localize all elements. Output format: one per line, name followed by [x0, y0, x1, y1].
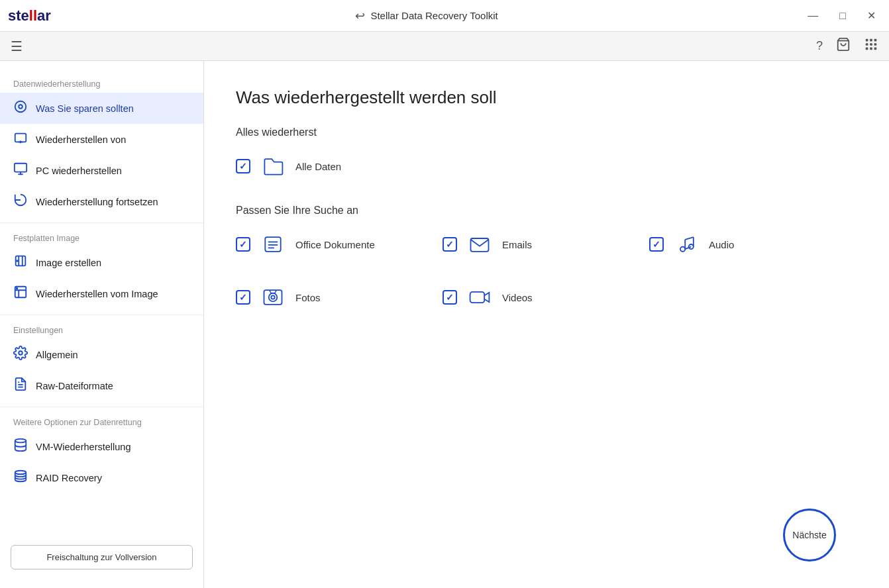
image-erstellen-icon — [13, 254, 28, 271]
raw-icon — [13, 377, 28, 395]
videos-label: Videos — [502, 292, 533, 303]
svg-point-23 — [17, 288, 18, 289]
svg-rect-3 — [874, 39, 877, 42]
unlock-button[interactable]: Freischaltung zur Vollversion — [11, 545, 193, 569]
sidebar-item-label-wiederherstellen-image: Wiederherstellen vom Image — [36, 289, 158, 299]
title-center: ↩ Stellar Data Recovery Toolkit — [355, 9, 497, 23]
custom-items-row-2: Fotos Videos — [236, 283, 857, 322]
sidebar-item-was-sparen[interactable]: Was Sie sparen sollten — [0, 93, 203, 124]
next-button[interactable]: Nächste — [783, 509, 836, 562]
office-label: Office Dokumente — [295, 239, 375, 250]
svg-point-28 — [15, 471, 26, 475]
all-section-label: Alles wiederherst — [236, 126, 857, 138]
svg-point-24 — [19, 351, 23, 355]
audio-item[interactable]: Audio — [649, 230, 835, 259]
sidebar-item-label-raw: Raw-Dateiformate — [36, 381, 113, 391]
sidebar-bottom: Freischaltung zur Vollversion — [0, 537, 203, 577]
emails-icon-wrap — [465, 230, 494, 259]
close-button[interactable]: ✕ — [862, 7, 881, 24]
grid-button[interactable] — [864, 37, 878, 55]
help-button[interactable]: ? — [816, 39, 823, 53]
svg-point-42 — [271, 295, 274, 299]
fortsetzen-icon — [13, 193, 28, 211]
section-title-einstellungen: Einstellungen — [0, 318, 203, 339]
fotos-item[interactable]: Fotos — [236, 283, 421, 312]
wiederherstellen-image-icon — [13, 285, 28, 303]
title-bar-controls: — □ ✕ — [802, 7, 881, 24]
fotos-label: Fotos — [295, 292, 321, 303]
sidebar-item-vm-wiederherstellung[interactable]: VM-Wiederherstellung — [0, 431, 203, 462]
section-title-weitere: Weitere Optionen zur Datenrettung — [0, 410, 203, 431]
hamburger-button[interactable]: ☰ — [11, 38, 23, 54]
audio-checkbox[interactable] — [649, 237, 664, 252]
alle-daten-icon-wrap — [258, 152, 288, 181]
fotos-icon-wrap — [258, 283, 288, 312]
svg-rect-43 — [470, 292, 485, 303]
sidebar-item-wiederherstellen-image[interactable]: Wiederherstellen vom Image — [0, 278, 203, 309]
emails-label: Emails — [502, 239, 532, 250]
wiederherstellen-von-icon — [13, 130, 28, 148]
custom-section-label: Passen Sie Ihre Suche an — [236, 205, 857, 217]
svg-rect-6 — [874, 43, 877, 46]
sidebar-item-raid-recovery[interactable]: RAID Recovery — [0, 462, 203, 493]
emails-item[interactable]: Emails — [443, 230, 628, 259]
svg-rect-33 — [471, 238, 489, 252]
office-checkbox[interactable] — [236, 237, 250, 252]
page-title: Was wiederhergestellt werden soll — [236, 87, 857, 108]
sidebar: Datenwiederherstellung Was Sie sparen so… — [0, 61, 204, 588]
cart-button[interactable] — [836, 37, 851, 55]
office-icon-wrap — [258, 230, 288, 259]
sidebar-item-label-allgemein: Allgemein — [36, 350, 78, 360]
svg-point-21 — [17, 260, 18, 262]
sidebar-item-label-pc: PC wiederherstellen — [36, 166, 122, 176]
back-icon: ↩ — [355, 9, 365, 23]
title-bar: stellar ↩ Stellar Data Recovery Toolkit … — [0, 0, 889, 32]
sidebar-item-label-image-erstellen: Image erstellen — [36, 258, 101, 268]
sidebar-item-pc-wiederherstellen[interactable]: PC wiederherstellen — [0, 155, 203, 186]
svg-point-41 — [269, 293, 278, 302]
fotos-checkbox[interactable] — [236, 290, 250, 305]
svg-line-39 — [685, 237, 694, 240]
videos-checkbox[interactable] — [443, 290, 457, 305]
section-title-data-recovery: Datenwiederherstellung — [0, 72, 203, 93]
svg-rect-5 — [870, 43, 872, 46]
alle-daten-label: Alle Daten — [295, 161, 341, 172]
minimize-button[interactable]: — — [802, 7, 823, 24]
title-bar-left: stellar — [8, 7, 51, 24]
svg-point-11 — [19, 105, 23, 109]
svg-rect-8 — [870, 48, 872, 50]
videos-item[interactable]: Videos — [443, 283, 628, 312]
toolbar: ☰ ? — [0, 32, 889, 61]
toolbar-right: ? — [816, 37, 878, 55]
pc-icon — [13, 162, 28, 179]
main-layout: Datenwiederherstellung Was Sie sparen so… — [0, 61, 889, 588]
sidebar-item-raw-dateiformate[interactable]: Raw-Dateiformate — [0, 370, 203, 401]
sidebar-item-wiederherstellen-von[interactable]: Wiederherstellen von — [0, 124, 203, 155]
custom-items-row-1: Office Dokumente Emails — [236, 230, 857, 270]
sidebar-item-image-erstellen[interactable]: Image erstellen — [0, 247, 203, 278]
svg-rect-12 — [15, 134, 26, 142]
emails-checkbox[interactable] — [443, 237, 457, 252]
section-title-festplatten: Festplatten Image — [0, 226, 203, 247]
maximize-button[interactable]: □ — [834, 7, 851, 24]
vm-icon — [13, 438, 28, 456]
office-item[interactable]: Office Dokumente — [236, 230, 421, 259]
svg-rect-9 — [874, 48, 877, 50]
audio-icon-wrap — [672, 230, 701, 259]
svg-rect-1 — [866, 39, 868, 42]
allgemein-icon — [13, 346, 28, 364]
alle-daten-item[interactable]: Alle Daten — [236, 152, 421, 181]
sidebar-item-wiederherstellung-fortsetzen[interactable]: Wiederherstellung fortsetzen — [0, 186, 203, 217]
was-sparen-icon — [13, 99, 28, 117]
sidebar-item-label-was-sparen: Was Sie sparen sollten — [36, 103, 134, 114]
sidebar-item-allgemein[interactable]: Allgemein — [0, 339, 203, 370]
toolbar-left: ☰ — [11, 38, 23, 54]
sidebar-item-label-wiederherstellen-von: Wiederherstellen von — [36, 134, 126, 145]
content-area: Was wiederhergestellt werden soll Alles … — [204, 61, 889, 588]
svg-rect-2 — [870, 39, 872, 42]
svg-rect-40 — [264, 290, 282, 305]
svg-point-27 — [15, 439, 26, 443]
alle-daten-checkbox[interactable] — [236, 159, 250, 173]
logo: stellar — [8, 7, 51, 24]
sidebar-item-label-raid: RAID Recovery — [36, 473, 102, 483]
